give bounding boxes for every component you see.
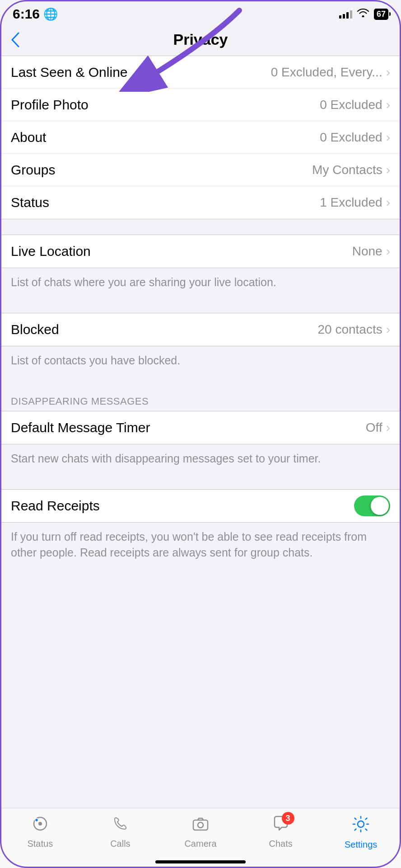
chevron-icon: › xyxy=(386,244,390,259)
live-location-description: List of chats where you are sharing your… xyxy=(0,268,401,297)
tab-calls[interactable]: Calls xyxy=(80,815,161,867)
wifi-icon xyxy=(357,8,369,20)
section-gap-3 xyxy=(0,376,401,391)
status-tab-icon xyxy=(31,815,49,837)
disappearing-section: Default Message Timer Off › xyxy=(0,411,401,444)
tab-settings[interactable]: Settings xyxy=(321,815,401,868)
section-gap-2 xyxy=(0,297,401,313)
svg-point-6 xyxy=(358,821,364,827)
arrow-annotation xyxy=(68,1,257,92)
settings-tab-label: Settings xyxy=(345,840,377,850)
blocked-label: Blocked xyxy=(11,322,59,337)
calls-tab-icon xyxy=(111,815,129,837)
blocked-value: 20 contacts xyxy=(317,322,382,337)
settings-tab-icon xyxy=(351,815,370,838)
live-location-value-group: None › xyxy=(352,244,390,259)
live-location-value: None xyxy=(352,244,382,259)
chevron-icon: › xyxy=(386,65,390,80)
chats-tab-label: Chats xyxy=(269,839,292,849)
disappearing-section-header: DISAPPEARING MESSAGES xyxy=(0,391,401,411)
svg-point-5 xyxy=(198,822,203,828)
profile-photo-row[interactable]: Profile Photo 0 Excluded › xyxy=(0,89,401,121)
live-location-section: Live Location None › xyxy=(0,235,401,268)
read-receipts-description: If you turn off read receipts, you won't… xyxy=(0,523,401,568)
section-gap-1 xyxy=(0,219,401,235)
chats-badge: 3 xyxy=(282,812,294,825)
status-privacy-row[interactable]: Status 1 Excluded › xyxy=(0,186,401,219)
read-receipts-toggle[interactable] xyxy=(354,495,390,516)
content-area: Last Seen & Online 0 Excluded, Every... … xyxy=(0,56,401,640)
about-value: 0 Excluded xyxy=(320,130,382,145)
chevron-icon: › xyxy=(386,322,390,337)
groups-label: Groups xyxy=(11,162,55,178)
chevron-icon: › xyxy=(386,98,390,112)
status-tab-label: Status xyxy=(27,839,53,849)
blocked-row[interactable]: Blocked 20 contacts › xyxy=(0,313,401,346)
status-privacy-value: 1 Excluded xyxy=(320,195,382,210)
chevron-icon: › xyxy=(386,130,390,145)
read-receipts-label: Read Receipts xyxy=(11,498,100,514)
about-label: About xyxy=(11,130,46,145)
svg-rect-4 xyxy=(193,820,208,830)
default-timer-description: Start new chats with disappearing messag… xyxy=(0,444,401,474)
about-row[interactable]: About 0 Excluded › xyxy=(0,121,401,154)
groups-value: My Contacts xyxy=(312,163,382,177)
status-privacy-value-group: 1 Excluded › xyxy=(320,195,390,210)
blocked-section: Blocked 20 contacts › xyxy=(0,313,401,346)
profile-photo-value-group: 0 Excluded › xyxy=(320,98,390,112)
time-text: 6:16 xyxy=(13,6,40,22)
calls-tab-label: Calls xyxy=(110,839,130,849)
tab-chats[interactable]: 3 Chats xyxy=(241,815,321,867)
section-gap-4 xyxy=(0,474,401,489)
default-timer-row[interactable]: Default Message Timer Off › xyxy=(0,411,401,444)
battery-level: 67 xyxy=(377,9,386,19)
camera-tab-label: Camera xyxy=(184,839,216,849)
status-privacy-label: Status xyxy=(11,195,49,210)
blocked-description: List of contacts you have blocked. xyxy=(0,346,401,376)
groups-row[interactable]: Groups My Contacts › xyxy=(0,154,401,186)
chevron-icon: › xyxy=(386,420,390,435)
about-value-group: 0 Excluded › xyxy=(320,130,390,145)
live-location-row[interactable]: Live Location None › xyxy=(0,235,401,268)
status-icons: 67 xyxy=(339,8,388,20)
default-timer-value-group: Off › xyxy=(366,420,390,435)
default-timer-value: Off xyxy=(366,420,382,435)
toggle-knob xyxy=(371,497,389,515)
globe-icon: 🌐 xyxy=(43,7,58,21)
read-receipts-section: Read Receipts xyxy=(0,489,401,523)
default-timer-label: Default Message Timer xyxy=(11,420,150,435)
blocked-value-group: 20 contacts › xyxy=(317,322,390,337)
status-time: 6:16 🌐 xyxy=(13,6,58,22)
svg-point-3 xyxy=(35,819,38,822)
tab-bar: Status Calls Camera 3 Chats xyxy=(0,808,401,868)
chevron-icon: › xyxy=(386,195,390,210)
back-button[interactable] xyxy=(11,32,20,47)
signal-bars xyxy=(339,9,352,19)
last-seen-value-group: 0 Excluded, Every... › xyxy=(271,65,390,80)
battery-indicator: 67 xyxy=(374,9,388,20)
live-location-label: Live Location xyxy=(11,244,91,259)
home-indicator xyxy=(155,860,246,863)
profile-photo-value: 0 Excluded xyxy=(320,98,382,112)
camera-tab-icon xyxy=(191,815,210,837)
profile-photo-label: Profile Photo xyxy=(11,97,89,113)
last-seen-value: 0 Excluded, Every... xyxy=(271,65,382,80)
chats-tab-icon: 3 xyxy=(272,815,290,837)
tab-camera[interactable]: Camera xyxy=(160,815,241,867)
read-receipts-row[interactable]: Read Receipts xyxy=(0,490,401,522)
tab-status[interactable]: Status xyxy=(0,815,80,867)
svg-point-2 xyxy=(38,822,42,826)
groups-value-group: My Contacts › xyxy=(312,163,390,177)
chevron-icon: › xyxy=(386,163,390,177)
